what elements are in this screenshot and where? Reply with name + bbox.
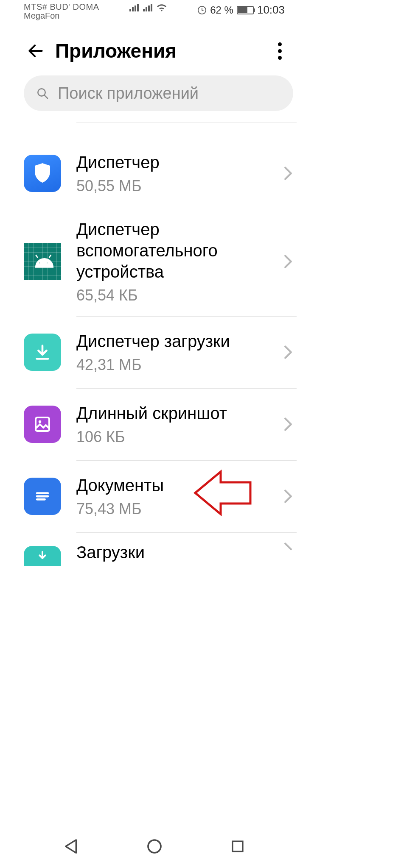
app-icon-shield bbox=[24, 155, 61, 192]
battery-percent: 62 % bbox=[210, 4, 233, 16]
search-icon bbox=[36, 86, 49, 100]
chevron-right-icon bbox=[280, 542, 297, 556]
app-size: 50,55 МБ bbox=[76, 177, 280, 195]
app-size: 42,31 МБ bbox=[76, 356, 280, 374]
app-name: Диспетчер вспомогательного устройства bbox=[76, 219, 280, 282]
app-icon-download bbox=[24, 334, 61, 371]
clock-time: 10:03 bbox=[257, 3, 285, 17]
carrier-label-1: MTS# BUD' DOMA bbox=[24, 3, 99, 11]
app-name: Загрузки bbox=[76, 542, 280, 563]
app-icon-android bbox=[24, 243, 61, 280]
chevron-right-icon bbox=[280, 254, 297, 269]
app-row-dispatcher[interactable]: Диспетчер 50,55 МБ bbox=[0, 131, 308, 207]
battery-icon bbox=[237, 6, 254, 14]
arrow-left-icon bbox=[26, 42, 45, 60]
app-name: Диспетчер bbox=[76, 152, 280, 173]
app-name: Длинный скриншот bbox=[76, 403, 280, 424]
svg-point-4 bbox=[39, 420, 41, 423]
app-name: Документы bbox=[76, 475, 280, 496]
app-row-long-screenshot[interactable]: Длинный скриншот 106 КБ bbox=[0, 388, 308, 460]
more-options-button[interactable] bbox=[269, 39, 290, 63]
chevron-right-icon bbox=[280, 417, 297, 431]
page-title: Приложения bbox=[55, 39, 269, 62]
app-row-download-manager[interactable]: Диспетчер загрузки 42,31 МБ bbox=[0, 316, 308, 388]
svg-rect-6 bbox=[233, 841, 243, 851]
search-bar[interactable] bbox=[24, 75, 293, 111]
nav-back-button[interactable] bbox=[58, 836, 84, 857]
app-name: Диспетчер загрузки bbox=[76, 331, 280, 352]
status-bar: MTS# BUD' DOMA MegaFon 62 % 10:03 bbox=[0, 0, 308, 24]
app-icon-documents bbox=[24, 478, 61, 515]
signal-icon-2 bbox=[143, 4, 152, 11]
search-input[interactable] bbox=[58, 84, 281, 103]
app-icon-downloads bbox=[24, 546, 61, 566]
svg-point-5 bbox=[148, 840, 161, 853]
nav-recent-button[interactable] bbox=[225, 836, 250, 857]
carrier-label-2: MegaFon bbox=[24, 11, 99, 20]
svg-line-2 bbox=[45, 95, 48, 98]
chevron-right-icon bbox=[280, 345, 297, 359]
app-row-companion-dispatcher[interactable]: Диспетчер вспомогательного устройства 65… bbox=[0, 207, 308, 316]
chevron-right-icon bbox=[280, 489, 297, 504]
app-list[interactable]: Диспетчер 50,55 МБ Диспетчер вспомогател… bbox=[0, 122, 308, 830]
more-dots-icon bbox=[278, 42, 282, 46]
navigation-bar bbox=[0, 830, 308, 868]
app-size: 106 КБ bbox=[76, 428, 280, 446]
nav-home-button[interactable] bbox=[142, 836, 167, 857]
wifi-icon bbox=[157, 3, 167, 12]
chevron-right-icon bbox=[280, 166, 297, 181]
data-saver-icon bbox=[197, 6, 207, 15]
app-size: 65,54 КБ bbox=[76, 287, 280, 304]
back-button[interactable] bbox=[24, 39, 48, 63]
app-header: Приложения bbox=[0, 24, 308, 71]
app-row-documents[interactable]: Документы 75,43 МБ bbox=[0, 460, 308, 532]
app-row-downloads[interactable]: Загрузки bbox=[0, 532, 308, 566]
svg-rect-3 bbox=[36, 417, 49, 431]
app-icon-screenshot bbox=[24, 406, 61, 443]
app-size: 75,43 МБ bbox=[76, 500, 280, 518]
signal-icon-1 bbox=[129, 4, 139, 11]
